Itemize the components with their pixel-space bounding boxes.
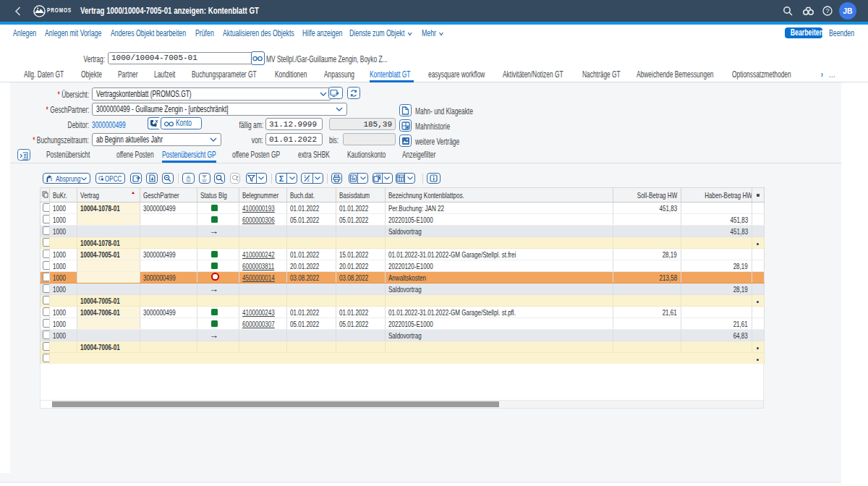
svg-text:2: 2 (307, 178, 310, 182)
svg-text:?: ? (825, 7, 829, 14)
svg-text:1: 1 (304, 174, 307, 179)
